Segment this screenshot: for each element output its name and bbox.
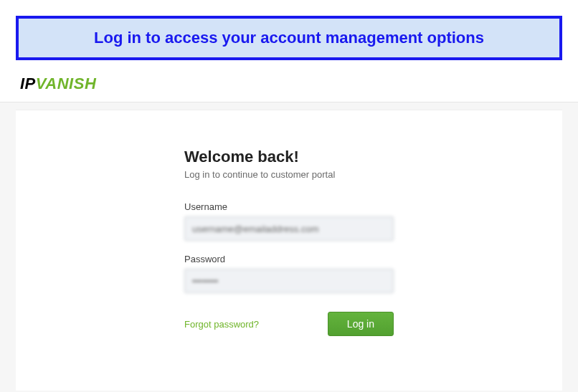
ipvanish-logo: IPVANISH — [20, 75, 558, 93]
login-card: Welcome back! Log in to continue to cust… — [16, 110, 562, 391]
page-title: Welcome back! — [184, 148, 394, 166]
page-background: Welcome back! Log in to continue to cust… — [0, 102, 578, 392]
annotation-banner: Log in to access your account management… — [16, 16, 562, 60]
annotation-text: Log in to access your account management… — [94, 29, 484, 47]
header: IPVANISH — [0, 69, 578, 102]
username-input[interactable] — [184, 216, 394, 241]
forgot-password-link[interactable]: Forgot password? — [184, 319, 259, 330]
password-label: Password — [184, 254, 394, 264]
form-actions: Forgot password? Log in — [184, 312, 394, 336]
username-label: Username — [184, 201, 394, 212]
password-input[interactable] — [184, 269, 394, 293]
logo-part-ip: IP — [20, 75, 36, 92]
logo-part-vanish: VANISH — [36, 75, 97, 92]
login-form: Welcome back! Log in to continue to cust… — [184, 148, 394, 336]
login-button[interactable]: Log in — [328, 312, 394, 336]
page-subtitle: Log in to continue to customer portal — [184, 169, 394, 180]
